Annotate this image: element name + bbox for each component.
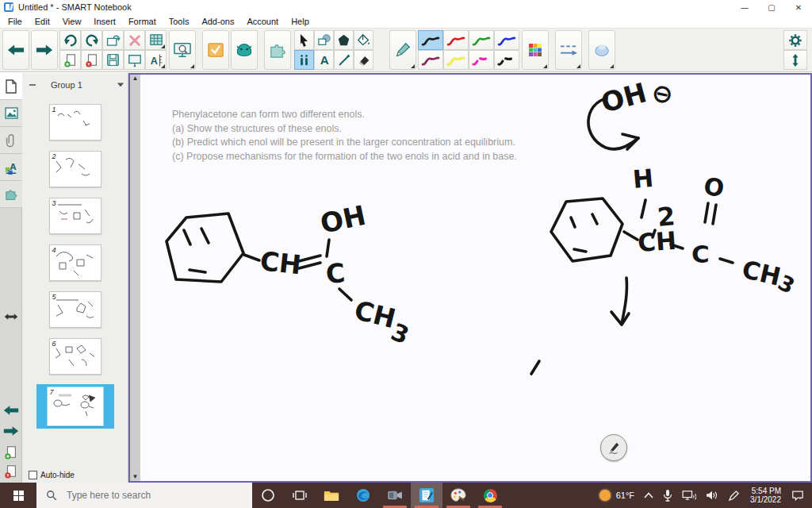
pen-magenta-button[interactable] — [469, 50, 494, 70]
smart-notebook-taskbar-button[interactable] — [411, 483, 442, 508]
shapes-icon — [317, 33, 331, 47]
undo-button[interactable] — [59, 30, 81, 50]
resize-sidebar-handle[interactable] — [0, 311, 22, 322]
menu-addons[interactable]: Add-ons — [195, 16, 240, 27]
clock-date: 3/1/2022 — [750, 495, 781, 504]
task-view-button[interactable] — [284, 483, 316, 508]
taskbar-search[interactable] — [36, 483, 252, 508]
line-style-button[interactable] — [555, 30, 582, 70]
delete-page-button[interactable] — [81, 50, 102, 70]
page-thumbnail-6[interactable]: 6 — [49, 338, 102, 375]
toolbar-settings-button[interactable] — [783, 30, 807, 50]
creative-pen-button[interactable] — [588, 30, 615, 70]
edge-button[interactable] — [347, 483, 379, 508]
action-center-button[interactable] — [787, 483, 809, 508]
gallery-button[interactable] — [264, 30, 291, 70]
page-thumbnail-7-selected[interactable]: 7 — [47, 387, 104, 426]
fill-tool-button[interactable] — [354, 30, 373, 50]
pen-tool-button[interactable] — [389, 30, 416, 70]
menu-format[interactable]: Format — [122, 16, 163, 27]
tab-properties[interactable]: A — [0, 154, 22, 181]
toolbar-move-button[interactable] — [783, 50, 807, 70]
text-format-button[interactable]: A — [145, 50, 167, 70]
pen-dashed-button[interactable] — [494, 50, 519, 70]
collapse-group-icon[interactable] — [29, 81, 36, 89]
cortana-button[interactable] — [252, 483, 284, 508]
pen-black-button[interactable] — [418, 30, 443, 50]
redo-button[interactable] — [81, 30, 102, 50]
windows-taskbar: 61°F 5:54 PM 3/1/2022 — [0, 483, 812, 508]
thumbnail-preview — [50, 105, 101, 140]
table-button[interactable] — [145, 30, 167, 50]
tab-attachments[interactable] — [0, 127, 22, 154]
page-thumbnail-3[interactable]: 3 — [49, 198, 102, 234]
tray-expand-button[interactable] — [639, 483, 658, 508]
response-button[interactable] — [202, 30, 229, 70]
sidebar-delete-page-button[interactable] — [0, 464, 22, 479]
menu-tools[interactable]: Tools — [163, 16, 196, 27]
group-label[interactable]: Group 1 — [51, 80, 82, 90]
tab-page-sorter[interactable] — [0, 73, 22, 100]
menu-help[interactable]: Help — [285, 16, 316, 27]
arrow-right-icon — [3, 425, 19, 437]
thumbnail-preview — [48, 387, 103, 425]
capture-app-button[interactable] — [379, 483, 411, 508]
previous-page-button[interactable] — [2, 30, 29, 70]
sidebar-next-page-button[interactable] — [0, 425, 22, 437]
sidebar-previous-page-button[interactable] — [0, 405, 22, 416]
chrome-button[interactable] — [474, 483, 506, 508]
lab-activity-button[interactable] — [231, 30, 258, 70]
start-button[interactable] — [0, 483, 36, 508]
microphone-tray-button[interactable] — [658, 483, 677, 508]
autohide-checkbox[interactable] — [29, 471, 37, 479]
line-tool-button[interactable] — [334, 50, 354, 70]
polygon-tool-button[interactable] — [334, 30, 354, 50]
pen-blue-button[interactable] — [494, 30, 519, 50]
pen-green-button[interactable] — [469, 30, 494, 50]
search-input[interactable] — [65, 489, 227, 502]
pen-purple-button[interactable] — [418, 50, 443, 70]
thumbnail-preview — [50, 245, 101, 280]
menu-view[interactable]: View — [56, 16, 88, 27]
screen-capture-button[interactable] — [169, 30, 196, 70]
menu-account[interactable]: Account — [240, 16, 285, 27]
menu-edit[interactable]: Edit — [29, 16, 56, 27]
notebook-canvas[interactable]: ▲ ▼ Phenylacetone can form two different… — [128, 73, 812, 483]
next-page-button[interactable] — [31, 30, 58, 70]
group-dropdown-icon[interactable] — [117, 82, 124, 88]
eraser-tool-button[interactable] — [354, 50, 373, 70]
floating-pen-button[interactable] — [600, 434, 627, 461]
measurement-tools-button[interactable] — [294, 50, 314, 70]
page-thumbnail-1[interactable]: 1 — [49, 104, 102, 140]
weather-widget[interactable]: 61°F — [595, 483, 639, 508]
close-button[interactable]: ✕ — [785, 0, 812, 14]
tab-gallery[interactable] — [0, 100, 22, 127]
add-page-button[interactable] — [59, 50, 81, 70]
page-thumbnail-5[interactable]: 5 — [49, 291, 102, 328]
paste-button[interactable] — [102, 30, 124, 50]
pen-red-button[interactable] — [443, 30, 469, 50]
volume-tray-button[interactable] — [701, 483, 723, 508]
ink-tray-button[interactable] — [723, 483, 745, 508]
file-explorer-button[interactable] — [316, 483, 347, 508]
shapes-tool-button[interactable] — [314, 30, 334, 50]
sidebar-add-page-button[interactable] — [0, 444, 22, 460]
tab-addons[interactable] — [0, 181, 22, 208]
page-thumbnail-2[interactable]: 2 — [49, 151, 102, 187]
maximize-button[interactable]: ▢ — [758, 0, 785, 14]
screen-shade-button[interactable] — [124, 50, 145, 70]
taskbar-clock[interactable]: 5:54 PM 3/1/2022 — [745, 487, 787, 504]
minimize-button[interactable]: — — [731, 0, 758, 14]
delete-button[interactable] — [124, 30, 145, 50]
network-tray-button[interactable] — [677, 483, 701, 508]
page-thumbnail-4[interactable]: 4 — [49, 244, 102, 281]
text-tool-button[interactable]: A — [314, 50, 334, 70]
pen-yellow-button[interactable] — [443, 50, 469, 70]
task-view-icon — [293, 488, 307, 502]
select-tool-button[interactable] — [294, 30, 314, 50]
color-palette-button[interactable] — [522, 30, 549, 70]
menu-insert[interactable]: Insert — [87, 16, 122, 27]
menu-file[interactable]: File — [2, 16, 29, 27]
paint3d-button[interactable] — [442, 483, 474, 508]
save-button[interactable] — [102, 50, 124, 70]
